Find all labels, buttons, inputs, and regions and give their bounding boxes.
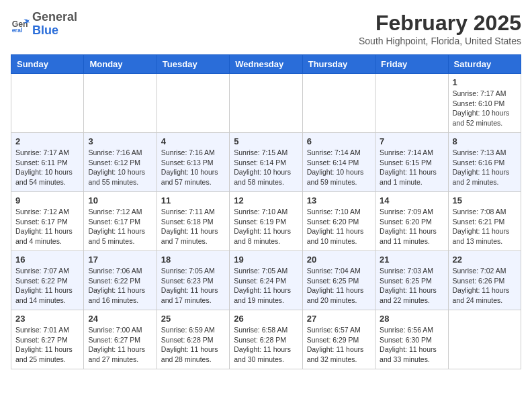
day-info: Sunrise: 7:03 AM Sunset: 6:25 PM Dayligh… [380, 266, 443, 306]
day-cell: 17Sunrise: 7:06 AM Sunset: 6:22 PM Dayli… [84, 251, 157, 310]
day-info: Sunrise: 7:05 AM Sunset: 6:24 PM Dayligh… [234, 266, 298, 306]
day-info: Sunrise: 7:12 AM Sunset: 6:17 PM Dayligh… [88, 207, 152, 246]
day-number: 9 [15, 195, 79, 205]
day-number: 14 [380, 195, 443, 205]
day-info: Sunrise: 7:16 AM Sunset: 6:12 PM Dayligh… [88, 148, 152, 187]
weekday-header-monday: Monday [84, 55, 157, 74]
location: South Highpoint, Florida, United States [359, 36, 521, 46]
week-row-5: 23Sunrise: 7:01 AM Sunset: 6:27 PM Dayli… [11, 310, 521, 369]
day-number: 13 [307, 195, 371, 205]
day-info: Sunrise: 7:11 AM Sunset: 6:18 PM Dayligh… [161, 207, 225, 246]
day-number: 2 [15, 136, 79, 146]
logo: Gen eral General Blue [11, 11, 77, 38]
weekday-header-row: SundayMondayTuesdayWednesdayThursdayFrid… [11, 55, 521, 74]
week-row-2: 2Sunrise: 7:17 AM Sunset: 6:11 PM Daylig… [11, 133, 521, 192]
day-cell [230, 74, 302, 133]
day-info: Sunrise: 7:07 AM Sunset: 6:22 PM Dayligh… [15, 266, 79, 306]
week-row-3: 9Sunrise: 7:12 AM Sunset: 6:17 PM Daylig… [11, 192, 521, 251]
day-number: 1 [453, 77, 517, 87]
day-cell [84, 74, 157, 133]
day-cell: 16Sunrise: 7:07 AM Sunset: 6:22 PM Dayli… [11, 251, 84, 310]
day-cell: 19Sunrise: 7:05 AM Sunset: 6:24 PM Dayli… [230, 251, 302, 310]
weekday-header-friday: Friday [375, 55, 448, 74]
day-cell: 21Sunrise: 7:03 AM Sunset: 6:25 PM Dayli… [375, 251, 448, 310]
day-info: Sunrise: 6:56 AM Sunset: 6:30 PM Dayligh… [380, 325, 443, 365]
day-number: 8 [453, 136, 517, 146]
day-info: Sunrise: 7:10 AM Sunset: 6:19 PM Dayligh… [234, 207, 298, 246]
day-info: Sunrise: 6:59 AM Sunset: 6:28 PM Dayligh… [161, 325, 225, 365]
logo-icon: Gen eral [11, 15, 30, 34]
day-number: 25 [161, 314, 225, 324]
day-cell: 7Sunrise: 7:14 AM Sunset: 6:15 PM Daylig… [375, 133, 448, 192]
day-cell: 4Sunrise: 7:16 AM Sunset: 6:13 PM Daylig… [157, 133, 229, 192]
day-info: Sunrise: 7:08 AM Sunset: 6:21 PM Dayligh… [453, 207, 517, 246]
day-number: 18 [161, 255, 225, 265]
day-number: 22 [453, 255, 517, 265]
day-number: 5 [234, 136, 298, 146]
day-cell [11, 74, 84, 133]
day-cell: 18Sunrise: 7:05 AM Sunset: 6:23 PM Dayli… [157, 251, 229, 310]
day-number: 15 [453, 195, 517, 205]
month-title: February 2025 [359, 11, 521, 36]
day-cell [302, 74, 375, 133]
page-header: Gen eral General Blue February 2025 Sout… [11, 11, 521, 46]
day-cell: 15Sunrise: 7:08 AM Sunset: 6:21 PM Dayli… [448, 192, 521, 251]
day-number: 16 [15, 255, 79, 265]
day-cell: 8Sunrise: 7:13 AM Sunset: 6:16 PM Daylig… [448, 133, 521, 192]
weekday-header-sunday: Sunday [11, 55, 84, 74]
day-cell: 12Sunrise: 7:10 AM Sunset: 6:19 PM Dayli… [230, 192, 302, 251]
day-cell: 13Sunrise: 7:10 AM Sunset: 6:20 PM Dayli… [302, 192, 375, 251]
weekday-header-tuesday: Tuesday [157, 55, 229, 74]
day-number: 4 [161, 136, 225, 146]
title-block: February 2025 South Highpoint, Florida, … [359, 11, 521, 46]
day-number: 23 [15, 314, 79, 324]
day-cell: 11Sunrise: 7:11 AM Sunset: 6:18 PM Dayli… [157, 192, 229, 251]
day-number: 21 [380, 255, 443, 265]
week-row-4: 16Sunrise: 7:07 AM Sunset: 6:22 PM Dayli… [11, 251, 521, 310]
weekday-header-thursday: Thursday [302, 55, 375, 74]
day-info: Sunrise: 7:04 AM Sunset: 6:25 PM Dayligh… [307, 266, 371, 306]
day-cell: 25Sunrise: 6:59 AM Sunset: 6:28 PM Dayli… [157, 310, 229, 369]
day-info: Sunrise: 7:12 AM Sunset: 6:17 PM Dayligh… [15, 207, 79, 246]
day-info: Sunrise: 7:16 AM Sunset: 6:13 PM Dayligh… [161, 148, 225, 187]
day-cell: 1Sunrise: 7:17 AM Sunset: 6:10 PM Daylig… [448, 74, 521, 133]
day-cell: 6Sunrise: 7:14 AM Sunset: 6:14 PM Daylig… [302, 133, 375, 192]
day-number: 19 [234, 255, 298, 265]
logo-blue: Blue [32, 24, 58, 37]
day-cell [157, 74, 229, 133]
day-number: 28 [380, 314, 443, 324]
day-number: 10 [88, 195, 152, 205]
day-info: Sunrise: 6:58 AM Sunset: 6:28 PM Dayligh… [234, 325, 298, 365]
day-cell: 24Sunrise: 7:00 AM Sunset: 6:27 PM Dayli… [84, 310, 157, 369]
day-cell: 10Sunrise: 7:12 AM Sunset: 6:17 PM Dayli… [84, 192, 157, 251]
day-info: Sunrise: 7:13 AM Sunset: 6:16 PM Dayligh… [453, 148, 517, 187]
day-cell: 14Sunrise: 7:09 AM Sunset: 6:20 PM Dayli… [375, 192, 448, 251]
day-info: Sunrise: 7:02 AM Sunset: 6:26 PM Dayligh… [453, 266, 517, 306]
day-number: 26 [234, 314, 298, 324]
day-cell [375, 74, 448, 133]
svg-text:eral: eral [12, 27, 23, 34]
day-cell: 27Sunrise: 6:57 AM Sunset: 6:29 PM Dayli… [302, 310, 375, 369]
day-info: Sunrise: 7:00 AM Sunset: 6:27 PM Dayligh… [88, 325, 152, 365]
day-number: 27 [307, 314, 371, 324]
day-info: Sunrise: 7:15 AM Sunset: 6:14 PM Dayligh… [234, 148, 298, 187]
week-row-1: 1Sunrise: 7:17 AM Sunset: 6:10 PM Daylig… [11, 74, 521, 133]
logo-text: General Blue [32, 11, 77, 38]
day-info: Sunrise: 7:17 AM Sunset: 6:11 PM Dayligh… [15, 148, 79, 187]
day-info: Sunrise: 7:06 AM Sunset: 6:22 PM Dayligh… [88, 266, 152, 306]
day-cell: 9Sunrise: 7:12 AM Sunset: 6:17 PM Daylig… [11, 192, 84, 251]
weekday-header-wednesday: Wednesday [230, 55, 302, 74]
day-info: Sunrise: 7:01 AM Sunset: 6:27 PM Dayligh… [15, 325, 79, 365]
calendar: SundayMondayTuesdayWednesdayThursdayFrid… [11, 54, 521, 369]
day-number: 24 [88, 314, 152, 324]
day-cell: 26Sunrise: 6:58 AM Sunset: 6:28 PM Dayli… [230, 310, 302, 369]
day-number: 3 [88, 136, 152, 146]
day-info: Sunrise: 6:57 AM Sunset: 6:29 PM Dayligh… [307, 325, 371, 365]
day-info: Sunrise: 7:14 AM Sunset: 6:14 PM Dayligh… [307, 148, 371, 187]
logo-general: General [32, 10, 77, 24]
day-info: Sunrise: 7:05 AM Sunset: 6:23 PM Dayligh… [161, 266, 225, 306]
day-cell: 23Sunrise: 7:01 AM Sunset: 6:27 PM Dayli… [11, 310, 84, 369]
day-cell: 20Sunrise: 7:04 AM Sunset: 6:25 PM Dayli… [302, 251, 375, 310]
day-info: Sunrise: 7:09 AM Sunset: 6:20 PM Dayligh… [380, 207, 443, 246]
day-info: Sunrise: 7:14 AM Sunset: 6:15 PM Dayligh… [380, 148, 443, 187]
